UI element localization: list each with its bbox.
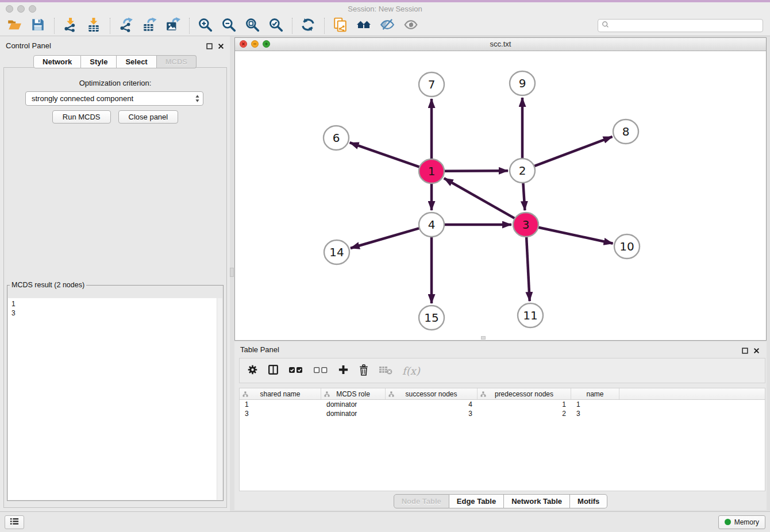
network-canvas[interactable]: 7968124314101511 — [235, 51, 766, 340]
tab-node-table[interactable]: Node Table — [394, 494, 449, 508]
edge-3-10[interactable] — [537, 227, 613, 244]
node-8[interactable]: 8 — [613, 119, 638, 144]
table-rows: 1dominator4113dominator323 — [240, 400, 765, 418]
svg-text:7: 7 — [428, 78, 436, 91]
table-row[interactable]: 3dominator323 — [240, 409, 765, 418]
node-4[interactable]: 4 — [419, 213, 444, 237]
edge-2-3[interactable] — [523, 182, 525, 210]
export-network-button[interactable] — [117, 17, 134, 34]
network-minimize-button[interactable] — [251, 40, 259, 48]
memory-label: Memory — [734, 518, 759, 526]
table-cell: dominator — [321, 409, 386, 418]
export-table-button[interactable] — [141, 17, 158, 34]
tab-network-table[interactable]: Network Table — [504, 494, 570, 508]
search-icon — [602, 21, 612, 31]
node-14[interactable]: 14 — [324, 240, 349, 264]
svg-text:3: 3 — [522, 218, 530, 232]
home-layout-button[interactable] — [355, 17, 372, 34]
zoom-fit-button[interactable] — [244, 17, 261, 34]
task-history-button[interactable] — [5, 515, 24, 529]
select-all-button[interactable] — [288, 365, 303, 376]
tab-select[interactable]: Select — [117, 55, 156, 68]
node-10[interactable]: 10 — [614, 234, 640, 259]
column-header-mcds-role[interactable]: MCDS role — [321, 388, 386, 399]
add-column-button[interactable] — [338, 364, 349, 377]
duplicate-network-icon — [333, 17, 348, 34]
tab-network[interactable]: Network — [33, 55, 81, 68]
node-2[interactable]: 2 — [510, 159, 535, 183]
tab-edge-table[interactable]: Edge Table — [449, 494, 504, 508]
result-scrollbar[interactable] — [217, 298, 222, 500]
svg-text:10: 10 — [619, 240, 634, 253]
import-network-button[interactable] — [61, 17, 79, 34]
svg-text:14: 14 — [329, 245, 344, 259]
run-mcds-button[interactable]: Run MCDS — [52, 110, 111, 124]
zoom-out-button[interactable] — [220, 17, 237, 34]
column-header-predecessor-nodes[interactable]: predecessor nodes — [478, 388, 571, 399]
node-1[interactable]: 1 — [419, 159, 444, 183]
float-panel-icon[interactable] — [206, 41, 213, 52]
export-image-button[interactable] — [164, 17, 182, 34]
node-11[interactable]: 11 — [518, 303, 543, 327]
node-9[interactable]: 9 — [510, 71, 535, 95]
toolbar-divider — [292, 18, 292, 34]
control-panel-title: Control Panel — [6, 41, 51, 50]
node-table: shared name MCDS role successor nodes pr… — [239, 388, 765, 491]
function-builder-button[interactable]: f(x) — [402, 365, 420, 377]
network-window-titlebar[interactable]: scc.txt — [235, 38, 766, 51]
optimization-criterion-select[interactable]: strongly connected component — [25, 91, 203, 106]
edge-1-2[interactable] — [443, 171, 508, 171]
table-row[interactable]: 1dominator411 — [240, 400, 765, 409]
edge-3-1[interactable] — [444, 178, 516, 219]
column-header-successor-nodes[interactable]: successor nodes — [386, 388, 478, 399]
search-box — [598, 19, 763, 32]
node-15[interactable]: 15 — [419, 306, 444, 330]
delete-table-button[interactable] — [379, 365, 392, 377]
svg-text:2: 2 — [519, 164, 526, 178]
import-table-button[interactable] — [85, 17, 102, 34]
column-header-shared-name[interactable]: shared name — [240, 388, 321, 399]
search-input[interactable] — [612, 21, 759, 30]
memory-button[interactable]: Memory — [718, 515, 765, 529]
close-panel-button[interactable]: Close panel — [118, 110, 179, 124]
edge-4-14[interactable] — [351, 228, 421, 248]
edge-3-11[interactable] — [526, 236, 530, 301]
zoom-in-button[interactable] — [197, 17, 214, 34]
node-6[interactable]: 6 — [324, 126, 349, 150]
network-close-button[interactable] — [240, 40, 247, 48]
main-toolbar — [0, 16, 770, 36]
column-header-filler — [619, 388, 765, 399]
column-header-name[interactable]: name — [571, 388, 619, 399]
zoom-selected-button[interactable] — [267, 17, 284, 34]
float-table-panel-icon[interactable] — [742, 346, 748, 356]
toolbar-divider — [324, 18, 325, 34]
tab-motifs[interactable]: Motifs — [570, 494, 607, 508]
edge-1-6[interactable] — [350, 142, 421, 167]
show-details-button[interactable] — [402, 17, 419, 34]
mcds-panel: Optimization criterion: strongly connect… — [3, 67, 227, 508]
hide-details-button[interactable] — [379, 17, 396, 34]
tab-style[interactable]: Style — [81, 55, 117, 68]
table-settings-button[interactable] — [247, 364, 258, 377]
refresh-button[interactable] — [299, 17, 317, 34]
panel-splitter-grip[interactable] — [230, 268, 234, 277]
close-panel-icon[interactable] — [218, 41, 224, 52]
duplicate-network-button[interactable] — [332, 17, 349, 34]
deselect-all-button[interactable] — [313, 365, 328, 376]
edge-2-8[interactable] — [533, 137, 613, 167]
show-columns-button[interactable] — [268, 364, 279, 377]
status-bar: Memory — [0, 511, 770, 532]
plus-icon — [338, 364, 349, 377]
svg-text:1: 1 — [428, 164, 436, 178]
node-3[interactable]: 3 — [513, 213, 538, 237]
open-folder-button[interactable] — [6, 17, 23, 34]
mcds-result-group: MCDS result (2 nodes) 1 3 — [7, 281, 224, 501]
save-button[interactable] — [29, 17, 47, 34]
close-table-panel-icon[interactable] — [753, 346, 760, 356]
delete-column-button[interactable] — [359, 364, 369, 377]
tab-mcds[interactable]: MCDS — [157, 55, 197, 68]
node-7[interactable]: 7 — [419, 72, 444, 97]
network-resize-grip[interactable] — [481, 336, 486, 340]
toolbar-divider — [110, 18, 110, 34]
network-maximize-button[interactable] — [263, 40, 270, 48]
